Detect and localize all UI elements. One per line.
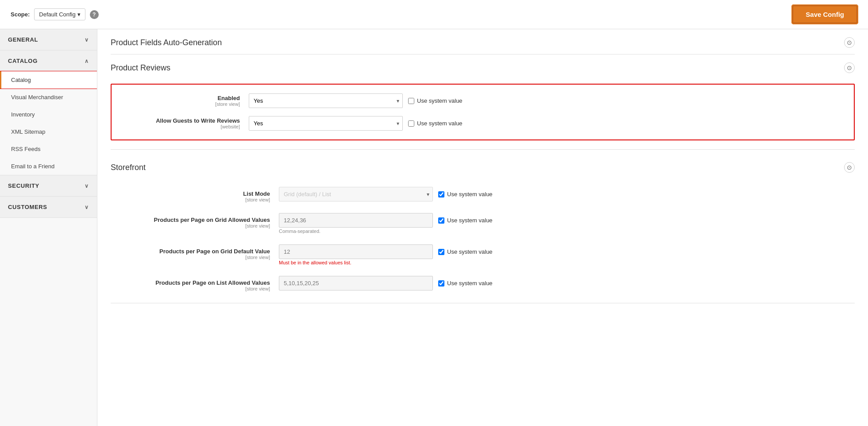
storefront-label-list-allowed: Products per Page on List Allowed Values… (111, 276, 279, 291)
storefront-control-list-allowed: Use system value (279, 276, 500, 290)
enabled-select[interactable]: Yes No (249, 93, 403, 108)
section-header-product-reviews[interactable]: Product Reviews ⊙ (111, 54, 855, 79)
sidebar-catalog-chevron: ∧ (85, 58, 89, 64)
storefront-control-grid-default: Use system value Must be in the allowed … (279, 244, 500, 265)
allow-guests-select[interactable]: Yes No (249, 116, 403, 131)
sidebar-section-security: SECURITY ∨ (0, 175, 97, 197)
list-allowed-system-value[interactable]: Use system value (438, 280, 500, 287)
section-header-storefront[interactable]: Storefront ⊙ (111, 154, 855, 179)
top-bar: Scope: Default Config ▾ ? Save Config (0, 0, 868, 29)
allow-guests-system-value[interactable]: Use system value (408, 120, 470, 127)
product-reviews-box: Enabled [store view] Yes No ▾ (111, 84, 855, 140)
storefront-label-grid-allowed: Products per Page on Grid Allowed Values… (111, 213, 279, 228)
storefront-fields: List Mode [store view] Grid (default) / … (111, 179, 855, 303)
sidebar-header-catalog[interactable]: CATALOG ∧ (0, 50, 97, 71)
storefront-field-row-grid-allowed: Use system value (279, 213, 500, 228)
sidebar-item-xml-sitemap[interactable]: XML Sitemap (0, 123, 97, 140)
enabled-system-value-checkbox[interactable] (408, 98, 414, 104)
storefront-row-grid-default: Products per Page on Grid Default Value … (111, 241, 855, 269)
section-storefront: Storefront ⊙ List Mode [store view] (111, 154, 855, 303)
field-control-allow-guests: Yes No ▾ Use system value (249, 116, 470, 131)
help-icon[interactable]: ? (90, 10, 99, 19)
field-label-allow-guests: Allow Guests to Write Reviews [website] (125, 117, 249, 129)
scope-label: Scope: (11, 11, 30, 18)
sidebar-security-chevron: ∨ (85, 183, 89, 189)
storefront-field-row-list-mode: Grid (default) / List ▾ Use system value (279, 187, 500, 201)
grid-allowed-system-value-checkbox[interactable] (438, 217, 444, 224)
scope-dropdown-arrow: ▾ (77, 11, 81, 18)
sidebar-general-label: GENERAL (8, 36, 38, 43)
sidebar-header-security[interactable]: SECURITY ∨ (0, 175, 97, 196)
sidebar-customers-label: CUSTOMERS (8, 204, 47, 210)
field-row-allow-guests: Allow Guests to Write Reviews [website] … (125, 116, 841, 131)
sidebar-section-general: GENERAL ∨ (0, 29, 97, 50)
sidebar-section-customers: CUSTOMERS ∨ (0, 197, 97, 218)
scope-area: Scope: Default Config ▾ ? (11, 8, 99, 20)
list-mode-system-value[interactable]: Use system value (438, 191, 500, 198)
enabled-system-value[interactable]: Use system value (408, 97, 470, 104)
grid-default-system-value[interactable]: Use system value (438, 248, 500, 255)
sidebar-item-inventory[interactable]: Inventory (0, 106, 97, 123)
grid-default-input[interactable] (279, 244, 433, 259)
list-allowed-input[interactable] (279, 276, 433, 290)
section-toggle-storefront[interactable]: ⊙ (844, 162, 855, 173)
sidebar-header-general[interactable]: GENERAL ∨ (0, 29, 97, 50)
list-mode-select-wrapper: Grid (default) / List ▾ (279, 187, 433, 201)
section-title-storefront: Storefront (111, 163, 146, 172)
sidebar-item-visual-merchandiser[interactable]: Visual Merchandiser (0, 89, 97, 106)
storefront-row-grid-allowed: Products per Page on Grid Allowed Values… (111, 209, 855, 237)
sidebar-general-chevron: ∨ (85, 37, 89, 43)
list-mode-system-value-checkbox[interactable] (438, 191, 444, 198)
section-toggle-product-fields[interactable]: ⊙ (844, 37, 855, 48)
sidebar-header-customers[interactable]: CUSTOMERS ∨ (0, 197, 97, 217)
section-header-product-fields[interactable]: Product Fields Auto-Generation ⊙ (111, 29, 855, 54)
sidebar-item-rss-feeds[interactable]: RSS Feeds (0, 140, 97, 158)
scope-select[interactable]: Default Config ▾ (34, 8, 85, 20)
storefront-label-list-mode: List Mode [store view] (111, 187, 279, 202)
grid-default-system-value-checkbox[interactable] (438, 249, 444, 255)
storefront-row-list-allowed: Products per Page on List Allowed Values… (111, 272, 855, 295)
section-title-product-fields: Product Fields Auto-Generation (111, 38, 222, 47)
storefront-field-row-list-allowed: Use system value (279, 276, 500, 290)
field-control-enabled: Yes No ▾ Use system value (249, 93, 470, 108)
list-allowed-system-value-checkbox[interactable] (438, 280, 444, 287)
save-config-button[interactable]: Save Config (792, 5, 857, 23)
sidebar-item-catalog[interactable]: Catalog (0, 71, 97, 89)
sidebar-item-email-to-friend[interactable]: Email to a Friend (0, 158, 97, 175)
grid-default-hint: Must be in the allowed values list. (279, 260, 500, 265)
sidebar-customers-chevron: ∨ (85, 204, 89, 210)
storefront-label-grid-default: Products per Page on Grid Default Value … (111, 244, 279, 260)
section-product-reviews: Product Reviews ⊙ Enabled [store view] (111, 54, 855, 150)
grid-allowed-input[interactable] (279, 213, 433, 228)
section-toggle-product-reviews[interactable]: ⊙ (844, 62, 855, 73)
storefront-control-list-mode: Grid (default) / List ▾ Use system value (279, 187, 500, 201)
section-title-product-reviews: Product Reviews (111, 63, 170, 73)
grid-allowed-system-value[interactable]: Use system value (438, 217, 500, 224)
storefront-row-list-mode: List Mode [store view] Grid (default) / … (111, 183, 855, 206)
content-area: Product Fields Auto-Generation ⊙ Product… (97, 29, 868, 426)
enabled-select-wrapper: Yes No ▾ (249, 93, 403, 108)
sidebar-catalog-items: Catalog Visual Merchandiser Inventory XM… (0, 71, 97, 175)
grid-allowed-hint: Comma-separated. (279, 228, 500, 234)
allow-guests-system-value-checkbox[interactable] (408, 120, 414, 127)
sidebar-catalog-label: CATALOG (8, 58, 38, 64)
sidebar-section-catalog: CATALOG ∧ Catalog Visual Merchandiser In… (0, 50, 97, 175)
list-mode-select[interactable]: Grid (default) / List (279, 187, 433, 201)
storefront-control-grid-allowed: Use system value Comma-separated. (279, 213, 500, 234)
storefront-field-row-grid-default: Use system value (279, 244, 500, 259)
main-layout: GENERAL ∨ CATALOG ∧ Catalog Visual Merch… (0, 29, 868, 426)
sidebar: GENERAL ∨ CATALOG ∧ Catalog Visual Merch… (0, 29, 97, 426)
scope-value: Default Config (39, 11, 75, 18)
section-product-fields-auto-generation: Product Fields Auto-Generation ⊙ (111, 29, 855, 54)
sidebar-security-label: SECURITY (8, 182, 39, 189)
field-row-enabled: Enabled [store view] Yes No ▾ (125, 93, 841, 108)
field-label-enabled: Enabled [store view] (125, 95, 249, 107)
allow-guests-select-wrapper: Yes No ▾ (249, 116, 403, 131)
